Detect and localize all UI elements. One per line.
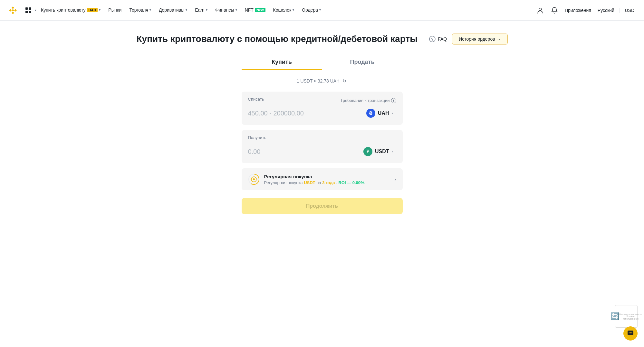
recurring-roi: ROI — 0.00%. [338,180,365,185]
uah-currency-selector[interactable]: ₴ UAH › [363,107,396,120]
nav-earn[interactable]: Earn ▾ [192,0,211,21]
svg-point-11 [253,178,255,180]
svg-rect-3 [25,11,28,13]
navbar: ▾ Купить криптовалюту UAH ▾ Рынки Торгов… [0,0,644,21]
refresh-icon[interactable]: ↻ [341,78,347,84]
debit-input-section: Списать Требования к транзакции i ₴ UAH … [242,92,403,125]
apps-btn[interactable]: Приложения [563,8,593,13]
nav-trade[interactable]: Торговля ▾ [126,0,154,21]
trade-chevron: ▾ [149,8,151,12]
receive-label-row: Получить [248,135,396,143]
uah-chevron: › [392,111,393,115]
svg-point-15 [631,332,632,333]
currency-btn[interactable]: USD [623,8,636,13]
language-btn[interactable]: Русский [596,8,616,13]
page-title: Купить криптовалюту с помощью кредитной/… [137,34,418,44]
svg-point-13 [629,332,630,333]
svg-rect-4 [29,11,31,13]
uah-label: UAH [378,110,389,116]
derivatives-chevron: ▾ [186,8,187,12]
nav-orders[interactable]: Ордера ▾ [299,0,324,21]
page-container: Купить криптовалюту с помощью кредитной/… [129,21,515,227]
receive-label: Получить [248,135,266,140]
buy-crypto-chevron: ▾ [99,8,101,12]
usdt-chevron: › [392,149,393,154]
recurring-icon [248,174,260,185]
nav-wallet[interactable]: Кошелек ▾ [270,0,298,21]
faq-link[interactable]: ? FAQ [429,35,447,43]
tab-sell[interactable]: Продать [322,55,403,70]
receive-amount-input[interactable] [248,148,360,155]
nav-markets[interactable]: Рынки [105,0,125,21]
wallet-chevron: ▾ [293,8,294,12]
recurring-section[interactable]: Регулярная покупка Регулярная покупка US… [242,168,403,190]
usdt-icon: ₮ [363,147,372,156]
recurring-sub: Регулярная покупка USDT на 3 года . ROI … [264,180,390,185]
nav-divider: | [619,7,620,14]
recurring-chevron: › [395,177,396,182]
earn-chevron: ▾ [206,8,207,12]
nav-finance[interactable]: Финансы ▾ [212,0,240,21]
chat-button[interactable] [623,326,638,341]
uah-icon: ₴ [366,109,375,118]
svg-rect-1 [25,7,28,10]
profile-icon-btn[interactable] [534,5,546,16]
transaction-req: Требования к транзакции i [340,98,396,103]
svg-text:?: ? [431,37,434,42]
grid-button[interactable] [23,5,34,15]
continue-button[interactable]: Продолжить [242,198,403,214]
debit-label-row: Списать Требования к транзакции i [248,97,396,104]
nav-nft[interactable]: NFT New [242,0,269,21]
page-header: Купить криптовалюту с помощью кредитной/… [137,34,508,45]
tabs-container: Купить Продать [242,55,403,70]
logo[interactable] [8,5,18,15]
rate-display: 1 USDT ≈ 32.78 UAH ↻ [242,78,403,84]
history-button[interactable]: История ордеров → [452,34,507,45]
recurring-duration: 3 года [322,180,335,185]
nav-derivatives[interactable]: Деривативы ▾ [156,0,190,21]
usdt-currency-selector[interactable]: ₮ USDT › [360,145,396,158]
nft-badge: New [255,8,265,12]
svg-point-5 [539,8,542,11]
recurring-title: Регулярная покупка [264,174,390,179]
svg-point-14 [630,332,631,333]
svg-rect-2 [29,7,31,10]
tab-buy[interactable]: Купить [242,55,322,70]
notification-icon-btn[interactable] [549,5,560,16]
header-actions: ? FAQ История ордеров → [429,34,507,45]
nav-buy-crypto[interactable]: Купить криптовалюту UAH ▾ [38,0,104,21]
nav-right: Приложения Русский | USD [534,5,636,16]
debit-input-row: ₴ UAH › [248,107,396,120]
recaptcha-badge: 🔄 КонфиденциальностьУсловия использовани… [615,305,638,328]
form-wrapper: 1 USDT ≈ 32.78 UAH ↻ Списать Требования … [242,78,403,214]
debit-amount-input[interactable] [248,110,363,117]
recurring-text: Регулярная покупка Регулярная покупка US… [264,174,390,185]
grid-chevron: ▾ [35,8,36,12]
uah-badge: UAH [87,8,98,12]
transaction-req-info-icon[interactable]: i [391,98,396,103]
orders-chevron: ▾ [319,8,321,12]
usdt-label: USDT [375,149,389,154]
receive-input-section: Получить ₮ USDT › [242,130,403,163]
recurring-asset: USDT [304,180,315,185]
receive-input-row: ₮ USDT › [248,145,396,158]
debit-label: Списать [248,97,264,102]
finance-chevron: ▾ [235,8,237,12]
